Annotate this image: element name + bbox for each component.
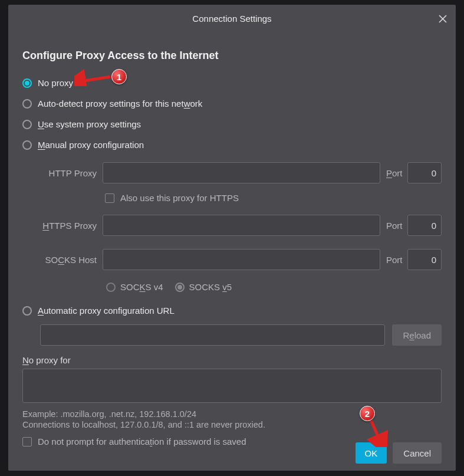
https-proxy-line: HTTPS Proxy Port (40, 215, 442, 236)
radio-socks-v4[interactable] (106, 283, 116, 292)
socks-port-label: Port (384, 255, 404, 265)
radio-auto-detect-label: Auto-detect proxy settings for this netw… (38, 99, 202, 109)
socks-port-input[interactable] (407, 249, 442, 270)
cancel-button[interactable]: Cancel (393, 442, 442, 464)
dialog-title: Connection Settings (192, 14, 271, 24)
radio-use-system-label: Use system proxy settings (38, 119, 141, 129)
https-port-label: Port (384, 221, 404, 231)
also-https-checkbox[interactable] (105, 193, 114, 203)
socks-version-row: SOCKS v4 SOCKS v5 (106, 277, 442, 294)
no-proxy-for-input[interactable] (22, 369, 442, 403)
radio-row-auto-url[interactable]: Automatic proxy configuration URL (22, 300, 442, 321)
radio-use-system[interactable] (22, 120, 32, 129)
socks-host-line: SOCKS Host Port (40, 249, 442, 270)
https-proxy-label: HTTPS Proxy (40, 221, 99, 231)
close-button[interactable] (435, 11, 451, 27)
radio-no-proxy[interactable] (22, 78, 32, 88)
manual-proxy-block: HTTP Proxy Port Also use this proxy for … (40, 162, 442, 294)
socks-host-label: SOCKS Host (40, 255, 99, 265)
also-https-row[interactable]: Also use this proxy for HTTPS (105, 191, 442, 208)
radio-auto-detect[interactable] (22, 99, 32, 109)
close-icon (438, 14, 447, 24)
radio-auto-url[interactable] (22, 306, 32, 316)
connection-settings-dialog: Connection Settings Configure Proxy Acce… (8, 5, 456, 471)
socks-v5-label: SOCKS v5 (189, 282, 232, 292)
auto-url-input[interactable] (40, 324, 385, 346)
radio-row-auto-detect[interactable]: Auto-detect proxy settings for this netw… (22, 93, 442, 114)
http-proxy-line: HTTP Proxy Port (40, 162, 442, 183)
https-port-input[interactable] (407, 215, 442, 236)
svg-line-0 (80, 77, 111, 81)
auth-checkbox-label: Do not prompt for authentication if pass… (38, 436, 246, 447)
http-port-label: Port (384, 168, 404, 178)
socks-host-input[interactable] (103, 249, 380, 270)
radio-no-proxy-label: No proxy (38, 78, 73, 88)
socks-v5-option[interactable]: SOCKS v5 (175, 282, 232, 292)
https-proxy-input[interactable] (103, 215, 380, 236)
radio-row-use-system[interactable]: Use system proxy settings (22, 114, 442, 134)
radio-row-manual[interactable]: Manual proxy configuration (22, 134, 442, 155)
annotation-badge-2: 2 (360, 406, 375, 421)
section-heading: Configure Proxy Access to the Internet (22, 50, 442, 62)
svg-line-1 (370, 419, 380, 440)
reload-button[interactable]: Reload (392, 324, 442, 346)
http-proxy-label: HTTP Proxy (40, 168, 99, 178)
annotation-arrow-1 (74, 68, 116, 86)
radio-socks-v5[interactable] (175, 283, 185, 292)
socks-v4-label: SOCKS v4 (120, 282, 163, 292)
http-port-input[interactable] (407, 162, 442, 183)
http-proxy-input[interactable] (103, 162, 380, 183)
no-proxy-for-label: No proxy for (22, 349, 442, 369)
auto-url-row: Reload (40, 324, 442, 346)
socks-v4-option[interactable]: SOCKS v4 (106, 282, 163, 292)
also-https-label: Also use this proxy for HTTPS (120, 193, 239, 203)
radio-auto-url-label: Automatic proxy configuration URL (38, 306, 175, 316)
annotation-badge-1: 1 (111, 69, 127, 84)
dialog-titlebar: Connection Settings (8, 5, 456, 33)
auth-checkbox[interactable] (22, 437, 32, 447)
radio-manual-label: Manual proxy configuration (38, 140, 144, 150)
radio-manual[interactable] (22, 140, 32, 150)
